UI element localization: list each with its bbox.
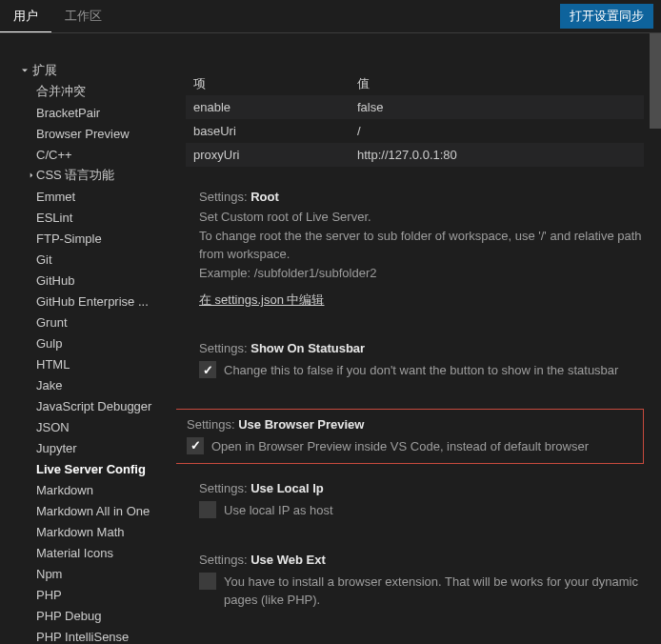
sidebar-item-label: GitHub bbox=[36, 273, 74, 288]
tab-user[interactable]: 用户 bbox=[0, 0, 51, 32]
setting-use-web-ext: Settings: Use Web Ext You have to instal… bbox=[186, 549, 644, 614]
sidebar-item-label: Live Server Config bbox=[36, 462, 146, 476]
sidebar-item-label: PHP Debug bbox=[36, 609, 101, 623]
scope-tabs: 用户 工作区 bbox=[0, 0, 115, 32]
sidebar-item-label: ESLint bbox=[36, 211, 72, 225]
header-bar: 用户 工作区 打开设置同步 bbox=[0, 0, 661, 33]
sidebar-item[interactable]: PHP IntelliSense bbox=[0, 626, 176, 644]
sidebar-item-label: Markdown All in One bbox=[36, 504, 150, 518]
sidebar-item-label: Gulp bbox=[36, 336, 62, 351]
chevron-right-icon bbox=[27, 169, 36, 183]
use-browser-preview-checkbox[interactable] bbox=[187, 437, 204, 454]
sidebar-item-label: GitHub Enterprise ... bbox=[36, 294, 149, 309]
sidebar-item[interactable]: FTP-Simple bbox=[0, 228, 176, 249]
sidebar-item-label: Material Icons bbox=[36, 546, 113, 560]
sidebar-item-label: HTML bbox=[36, 357, 70, 372]
sidebar-item-label: Jake bbox=[36, 378, 62, 392]
sidebar-item-label: FTP-Simple bbox=[36, 231, 102, 246]
sidebar-item[interactable]: Live Server Config bbox=[0, 458, 176, 479]
chevron-down-icon bbox=[17, 65, 32, 76]
table-row[interactable]: proxyUri http://127.0.0.1:80 bbox=[186, 143, 644, 167]
sidebar-item[interactable]: C/C++ bbox=[0, 144, 176, 165]
sidebar-item-label: CSS 语言功能 bbox=[36, 167, 114, 184]
sidebar-item[interactable]: JSON bbox=[0, 416, 176, 437]
show-on-statusbar-checkbox[interactable] bbox=[199, 361, 216, 378]
sidebar-item[interactable]: Grunt bbox=[0, 312, 176, 332]
sidebar-item[interactable]: Emmet bbox=[0, 186, 176, 207]
sidebar-item[interactable]: GitHub bbox=[0, 270, 176, 291]
vertical-scrollbar[interactable] bbox=[650, 33, 661, 129]
sidebar-item[interactable]: Markdown All in One bbox=[0, 500, 176, 521]
sidebar-item[interactable]: CSS 语言功能 bbox=[0, 165, 176, 186]
use-web-ext-checkbox[interactable] bbox=[199, 573, 216, 590]
sidebar-item[interactable]: PHP Debug bbox=[0, 605, 176, 626]
table-header-val: 值 bbox=[357, 75, 644, 92]
setting-show-on-statusbar: Settings: Show On Statusbar Change this … bbox=[186, 337, 644, 384]
sidebar-item-label: Markdown bbox=[36, 483, 93, 497]
sidebar-item-label: Jupyter bbox=[36, 441, 77, 455]
sidebar-item[interactable]: Jupyter bbox=[0, 437, 176, 458]
sidebar-section-label: 扩展 bbox=[32, 62, 57, 79]
sidebar-item-label: Browser Preview bbox=[36, 127, 130, 141]
settings-sidebar: 扩展 合并冲突BracketPairBrowser PreviewC/C++CS… bbox=[0, 33, 176, 644]
sidebar-item[interactable]: HTML bbox=[0, 353, 176, 374]
sidebar-item[interactable]: JavaScript Debugger bbox=[0, 395, 176, 416]
sidebar-item-label: PHP IntelliSense bbox=[36, 630, 129, 644]
sidebar-item-label: JavaScript Debugger bbox=[36, 399, 151, 413]
sidebar-item-label: Git bbox=[36, 252, 52, 267]
sidebar-item-label: Emmet bbox=[36, 190, 75, 204]
use-local-ip-checkbox[interactable] bbox=[199, 501, 216, 518]
edit-in-settings-json-link[interactable]: 在 settings.json 中编辑 bbox=[199, 292, 325, 309]
sidebar-item-label: C/C++ bbox=[36, 148, 72, 162]
sidebar-item-label: Npm bbox=[36, 567, 62, 581]
highlighted-setting-box: Settings: Use Browser Preview Open in Br… bbox=[176, 409, 644, 465]
tab-workspace[interactable]: 工作区 bbox=[51, 0, 115, 32]
sidebar-item[interactable]: GitHub Enterprise ... bbox=[0, 291, 176, 312]
sidebar-item[interactable]: BracketPair bbox=[0, 102, 176, 123]
sidebar-item[interactable]: Markdown bbox=[0, 479, 176, 500]
sidebar-item[interactable]: Jake bbox=[0, 374, 176, 395]
setting-use-local-ip: Settings: Use Local Ip Use local IP as h… bbox=[186, 477, 644, 524]
settings-table: 项 值 enable false baseUri / proxyUri http… bbox=[186, 71, 644, 167]
sidebar-item[interactable]: Browser Preview bbox=[0, 123, 176, 144]
open-settings-sync-button[interactable]: 打开设置同步 bbox=[560, 4, 653, 29]
sidebar-item[interactable]: Material Icons bbox=[0, 542, 176, 563]
table-header: 项 值 bbox=[186, 71, 644, 95]
sidebar-item-label: Grunt bbox=[36, 315, 68, 330]
sidebar-item-label: Markdown Math bbox=[36, 525, 124, 539]
sidebar-item-label: 合并冲突 bbox=[36, 83, 86, 100]
sidebar-item[interactable]: 合并冲突 bbox=[0, 81, 176, 102]
sidebar-item[interactable]: Npm bbox=[0, 563, 176, 584]
setting-root: Settings: Root Set Custom root of Live S… bbox=[186, 186, 644, 312]
setting-use-browser-preview: Settings: Use Browser Preview Open in Br… bbox=[176, 413, 643, 460]
sidebar-item[interactable]: Gulp bbox=[0, 332, 176, 353]
sidebar-item-label: JSON bbox=[36, 420, 70, 434]
sidebar-item[interactable]: PHP bbox=[0, 584, 176, 605]
sidebar-item-label: BracketPair bbox=[36, 106, 100, 120]
sidebar-item[interactable]: Markdown Math bbox=[0, 521, 176, 542]
table-row[interactable]: baseUri / bbox=[186, 119, 644, 143]
sidebar-item[interactable]: ESLint bbox=[0, 207, 176, 228]
sidebar-item[interactable]: Git bbox=[0, 249, 176, 270]
sidebar-item-label: PHP bbox=[36, 588, 62, 602]
settings-content: 项 值 enable false baseUri / proxyUri http… bbox=[176, 33, 661, 644]
sidebar-section-extensions[interactable]: 扩展 bbox=[0, 60, 176, 81]
table-row[interactable]: enable false bbox=[186, 95, 644, 119]
table-header-key: 项 bbox=[186, 75, 357, 92]
